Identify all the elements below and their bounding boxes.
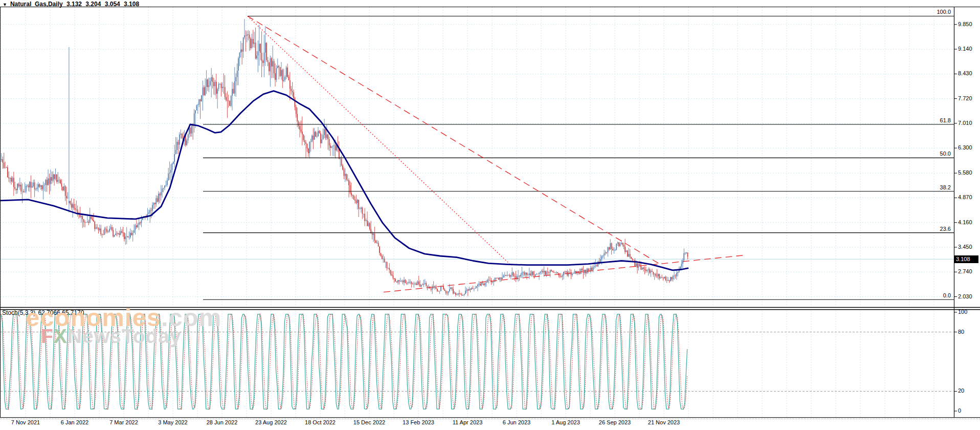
watermark-f: F — [41, 325, 54, 347]
stoch-scale-label: 100 — [958, 309, 967, 315]
fib-level-label: 0.0 — [943, 292, 951, 298]
chart-title: ▼Natural_Gas,Daily 3.132 3.204 3.054 3.1… — [3, 1, 141, 8]
price-scale-label: 2.740 — [958, 268, 972, 274]
stoch-scale-label: 0 — [958, 407, 961, 414]
ohlc-low: 3.054 — [105, 1, 120, 8]
date-axis-label: 13 Feb 2023 — [401, 419, 436, 425]
price-scale-label: 6.300 — [958, 144, 972, 150]
fib-level-label: 23.6 — [940, 226, 951, 232]
moving-average-line — [0, 91, 688, 270]
fib-level-label: 38.2 — [940, 184, 951, 190]
ohlc-open: 3.132 — [66, 1, 82, 8]
price-scale-label: 9.140 — [958, 46, 972, 52]
price-scale-label: 9.850 — [958, 21, 972, 27]
date-axis-label: 6 Jun 2023 — [499, 419, 534, 425]
trendline-descending-dotted — [248, 16, 511, 266]
watermark-newstoday: NewsToday — [68, 325, 182, 347]
price-scale-label: 7.010 — [958, 120, 972, 126]
fib-level-label: 50.0 — [940, 150, 951, 157]
price-scale-label: 3.450 — [958, 244, 972, 250]
symbol-period: Natural_Gas,Daily — [10, 1, 63, 8]
date-axis-label: 15 Dec 2022 — [352, 419, 387, 425]
stoch-scale-label: 80 — [958, 329, 964, 335]
price-scale-label: 4.870 — [958, 194, 972, 200]
fib-level-label: 100.0 — [937, 9, 951, 15]
trendline-descending-dashed — [248, 16, 661, 265]
date-axis-label: 26 Sep 2023 — [597, 419, 632, 425]
price-scale-label: 4.160 — [958, 219, 972, 225]
date-axis-label: 21 Nov 2023 — [647, 419, 681, 425]
date-axis-label: 6 Jan 2022 — [57, 419, 92, 425]
date-axis-label: 3 May 2022 — [155, 419, 190, 425]
date-axis-label: 28 Jun 2022 — [205, 419, 239, 425]
date-axis-label: 1 Aug 2023 — [548, 419, 583, 425]
date-axis-label: 7 Mar 2022 — [106, 419, 141, 425]
stoch-scale-label: 20 — [958, 388, 964, 394]
chart-canvas[interactable] — [0, 0, 980, 430]
price-scale-label: 2.030 — [958, 293, 972, 299]
current-price-tag: 3.108 — [954, 255, 978, 263]
fib-level-label: 61.8 — [940, 117, 951, 123]
date-axis-label: 18 Oct 2022 — [303, 419, 338, 425]
price-scale-label: 5.580 — [958, 169, 972, 176]
price-scale-label: 7.720 — [958, 95, 972, 101]
ohlc-high: 3.204 — [85, 1, 101, 8]
date-axis-label: 7 Nov 2021 — [8, 419, 43, 425]
date-axis-label: 23 Aug 2022 — [254, 419, 288, 425]
watermark-fxnewstoday: FXNewsToday — [41, 326, 182, 346]
watermark-x: X — [54, 325, 68, 347]
price-scale-label: 8.430 — [958, 70, 972, 76]
date-axis-label: 11 Apr 2023 — [450, 419, 485, 425]
trading-chart-window: Stoch(5,3,3)62.7066 65.7170 economies.co… — [0, 0, 980, 430]
ohlc-close: 3.108 — [124, 1, 139, 8]
collapse-triangle-icon[interactable]: ▼ — [3, 2, 7, 7]
